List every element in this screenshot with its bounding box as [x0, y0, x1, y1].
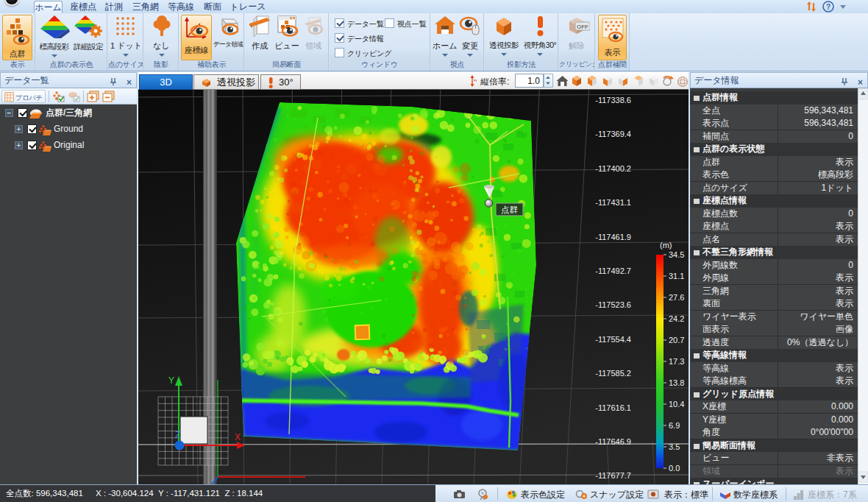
svg-text:-117677.7: -117677.7 — [595, 471, 631, 480]
svg-text:点群: 点群 — [501, 205, 519, 214]
svg-text:-117369.4: -117369.4 — [595, 130, 631, 138]
svg-text:3.5: 3.5 — [669, 442, 680, 451]
svg-text:34.5: 34.5 — [669, 250, 684, 259]
svg-text:13.8: 13.8 — [669, 378, 684, 387]
svg-text:?: ? — [826, 3, 830, 11]
svg-text:0.0: 0.0 — [669, 464, 680, 473]
svg-text:-117492.7: -117492.7 — [595, 266, 631, 275]
svg-text:10.4: 10.4 — [669, 400, 684, 409]
svg-text:-117461.9: -117461.9 — [595, 233, 631, 241]
svg-text:20.7: 20.7 — [669, 336, 684, 344]
svg-text:31.1: 31.1 — [669, 272, 684, 280]
svg-text:-117400.2: -117400.2 — [595, 164, 631, 173]
svg-text:-117616.1: -117616.1 — [595, 403, 631, 412]
svg-text:-117646.9: -117646.9 — [595, 437, 631, 446]
svg-text:27.6: 27.6 — [669, 293, 684, 302]
svg-text:(m): (m) — [660, 241, 672, 250]
svg-text:-117554.4: -117554.4 — [595, 335, 631, 344]
svg-text:6.9: 6.9 — [669, 421, 680, 430]
svg-text:-117585.2: -117585.2 — [595, 369, 631, 378]
svg-text:X: X — [235, 432, 241, 442]
svg-text:×n: ×n — [474, 78, 477, 82]
svg-text:-117523.6: -117523.6 — [595, 300, 631, 309]
svg-text:Z: Z — [175, 430, 180, 440]
svg-text:24.2: 24.2 — [669, 314, 684, 323]
svg-text:Y: Y — [168, 375, 174, 386]
svg-text:-117431.1: -117431.1 — [595, 198, 631, 207]
svg-text:17.3: 17.3 — [669, 357, 684, 366]
svg-text:-117338.6: -117338.6 — [595, 96, 631, 105]
svg-text:OFF: OFF — [577, 24, 588, 30]
